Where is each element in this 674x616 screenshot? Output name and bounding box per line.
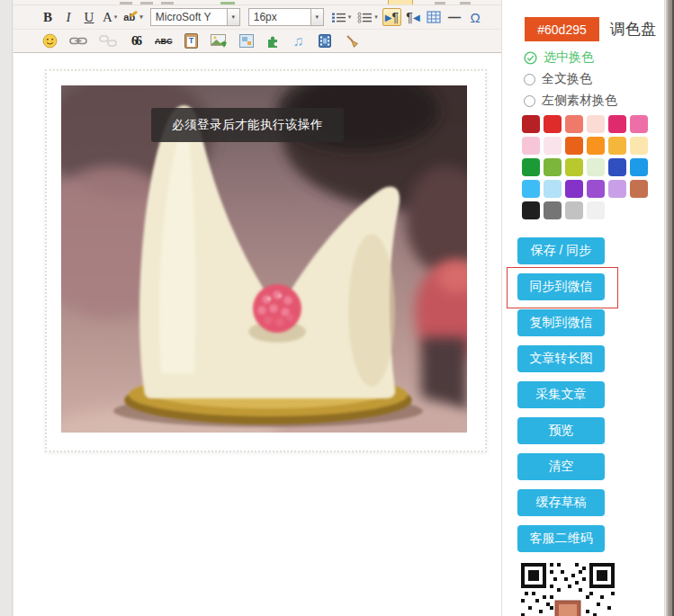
color-swatch[interactable] bbox=[565, 201, 583, 219]
color-mode-option[interactable]: 左侧素材换色 bbox=[524, 90, 617, 112]
action-button[interactable]: 清空 bbox=[517, 453, 605, 480]
clipped-icon bbox=[140, 2, 153, 4]
insert-audio-button[interactable]: ♫ bbox=[290, 31, 308, 50]
scrollbar-thumb[interactable] bbox=[666, 0, 674, 616]
chevron-down-icon: ▾ bbox=[114, 13, 118, 21]
action-button[interactable]: 预览 bbox=[517, 417, 605, 444]
color-swatch[interactable] bbox=[608, 180, 626, 198]
color-swatch[interactable] bbox=[544, 180, 562, 198]
color-swatch[interactable] bbox=[522, 201, 540, 219]
font-size-value: 16px bbox=[248, 8, 311, 26]
color-swatch[interactable] bbox=[544, 201, 562, 219]
action-button[interactable]: 采集文章 bbox=[517, 381, 605, 408]
color-swatch[interactable] bbox=[522, 158, 540, 176]
underline-button[interactable]: U bbox=[80, 8, 98, 27]
action-buttons: 保存 / 同步同步到微信复制到微信文章转长图采集文章预览清空缓存草稿客服二维码 bbox=[517, 237, 634, 561]
font-family-value: MicroSoft Y bbox=[150, 8, 228, 26]
page-left-margin bbox=[0, 0, 13, 616]
color-swatch[interactable] bbox=[522, 115, 540, 133]
color-swatch[interactable] bbox=[565, 180, 583, 198]
color-swatch[interactable] bbox=[522, 180, 540, 198]
color-mode-label: 左侧素材换色 bbox=[542, 93, 617, 109]
color-swatch[interactable] bbox=[565, 158, 583, 176]
radio-icon bbox=[524, 95, 535, 107]
insert-table-button[interactable] bbox=[425, 8, 443, 27]
color-mode-option[interactable]: 选中换色 bbox=[524, 47, 617, 68]
clipped-icon bbox=[120, 2, 132, 4]
unlink-button[interactable] bbox=[97, 31, 119, 50]
editor-content-area[interactable]: 必须登录后才能执行该操作 bbox=[13, 53, 501, 616]
action-button[interactable]: 复制到微信 bbox=[517, 309, 605, 336]
clipped-icon bbox=[220, 2, 235, 4]
color-mode-option[interactable]: 全文换色 bbox=[524, 68, 617, 90]
plugin-button[interactable] bbox=[264, 31, 282, 50]
color-swatch[interactable] bbox=[544, 158, 562, 176]
color-swatch[interactable] bbox=[587, 158, 605, 176]
unordered-list-button[interactable]: ▾ bbox=[355, 8, 380, 27]
bold-button[interactable]: B bbox=[39, 8, 57, 27]
film-icon bbox=[319, 34, 331, 48]
checked-circle-icon bbox=[524, 51, 537, 65]
broom-icon bbox=[344, 34, 359, 49]
screenshot-button[interactable] bbox=[238, 31, 256, 50]
font-family-select[interactable]: MicroSoft Y ▾ bbox=[150, 8, 240, 26]
clean-format-button[interactable] bbox=[342, 31, 361, 50]
strikethrough-button[interactable]: ABC bbox=[153, 31, 175, 50]
blockquote-button[interactable]: 66 bbox=[127, 31, 145, 50]
color-swatch[interactable] bbox=[630, 180, 648, 198]
color-swatch[interactable] bbox=[522, 137, 540, 155]
smiley-icon bbox=[42, 33, 58, 49]
highlight-button[interactable]: ab ▾ bbox=[121, 8, 144, 27]
customer-service-qr-code bbox=[517, 559, 618, 616]
insert-video-button[interactable] bbox=[316, 31, 334, 50]
color-swatch[interactable] bbox=[608, 137, 626, 155]
rtl-arrow-icon: ◀ bbox=[413, 13, 420, 22]
article-image[interactable]: 必须登录后才能执行该操作 bbox=[61, 85, 467, 433]
article-image-frame[interactable]: 必须登录后才能执行该操作 bbox=[45, 69, 487, 452]
color-mode-label: 选中换色 bbox=[544, 49, 594, 66]
color-swatch[interactable] bbox=[630, 137, 648, 155]
action-button[interactable]: 文章转长图 bbox=[517, 345, 605, 372]
chevron-down-icon: ▾ bbox=[374, 13, 378, 21]
paste-letter: T bbox=[189, 37, 194, 45]
action-button[interactable]: 缓存草稿 bbox=[517, 489, 605, 516]
color-swatch[interactable] bbox=[630, 158, 648, 176]
paste-text-button[interactable]: T bbox=[183, 31, 201, 50]
insert-image-button[interactable] bbox=[209, 31, 229, 50]
current-color-chip[interactable]: #60d295 bbox=[525, 17, 599, 41]
color-swatch[interactable] bbox=[587, 115, 605, 133]
font-color-button[interactable]: A▾ bbox=[101, 8, 119, 27]
color-swatch[interactable] bbox=[608, 115, 626, 133]
toolbar-row-2: 66 ABC T bbox=[13, 29, 501, 52]
color-swatch[interactable] bbox=[544, 115, 562, 133]
action-button[interactable]: 保存 / 同步 bbox=[517, 237, 605, 264]
pilcrow-icon: ¶ bbox=[391, 10, 399, 24]
color-swatch[interactable] bbox=[544, 137, 562, 155]
vertical-scrollbar[interactable] bbox=[664, 0, 674, 616]
link-icon bbox=[69, 36, 87, 46]
font-size-select[interactable]: 16px ▾ bbox=[248, 8, 324, 26]
chevron-down-icon[interactable]: ▾ bbox=[228, 8, 240, 26]
toolbar-row-1: B I U A▾ ab ▾ MicroSoft Y ▾ 16px ▾ bbox=[13, 5, 501, 29]
font-color-letter: A bbox=[103, 10, 112, 25]
chevron-down-icon[interactable]: ▾ bbox=[311, 8, 324, 26]
ltr-paragraph-button[interactable]: ▶¶ bbox=[382, 8, 401, 26]
color-swatch[interactable] bbox=[565, 137, 583, 155]
color-swatch[interactable] bbox=[587, 201, 605, 219]
action-button[interactable]: 客服二维码 bbox=[517, 525, 605, 552]
color-swatch[interactable] bbox=[587, 180, 605, 198]
color-swatch[interactable] bbox=[565, 115, 583, 133]
horizontal-rule-button[interactable]: — bbox=[445, 8, 463, 27]
color-swatch[interactable] bbox=[587, 137, 605, 155]
ordered-list-button[interactable]: ▾ bbox=[329, 8, 354, 27]
color-swatch[interactable] bbox=[608, 158, 626, 176]
color-mode-label: 全文换色 bbox=[542, 71, 592, 87]
link-button[interactable] bbox=[67, 31, 89, 50]
clipped-icon bbox=[460, 2, 471, 4]
emoji-button[interactable] bbox=[40, 31, 59, 50]
color-swatch[interactable] bbox=[630, 115, 648, 133]
rtl-paragraph-button[interactable]: ¶◀ bbox=[404, 8, 422, 27]
italic-button[interactable]: I bbox=[59, 8, 77, 27]
special-char-button[interactable]: Ω bbox=[466, 8, 484, 27]
action-button[interactable]: 同步到微信 bbox=[517, 273, 605, 300]
